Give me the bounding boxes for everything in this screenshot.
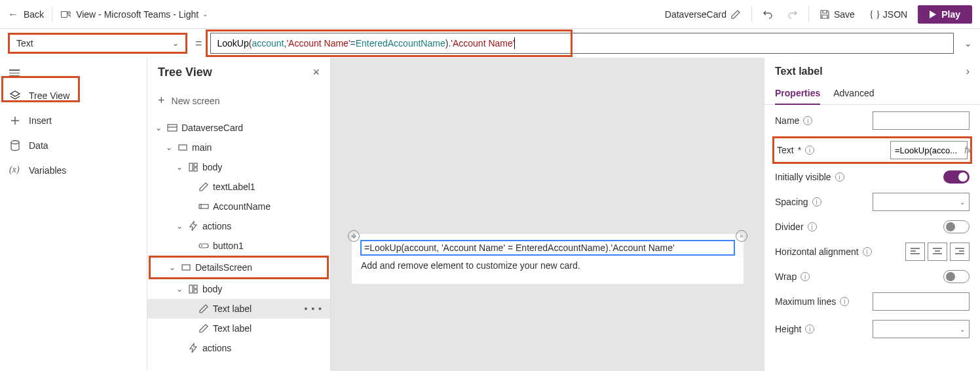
info-icon[interactable]: i: [863, 247, 872, 256]
tree-item-icon: [188, 343, 198, 353]
prop-row-name: Name i: [775, 111, 970, 130]
tree-item-icon: [188, 284, 198, 294]
tree-item-body[interactable]: ⌄body: [147, 157, 330, 177]
info-icon[interactable]: i: [835, 172, 844, 182]
formula-input[interactable]: LookUp(account, 'Account Name' = Entered…: [210, 33, 954, 54]
tree-item-textlabel1[interactable]: textLabel1: [147, 177, 330, 197]
fx-button[interactable]: fx: [964, 145, 971, 155]
chevron-down-icon[interactable]: ⌄: [164, 143, 174, 152]
card-preview[interactable]: ✥ × =LookUp(account, 'Account Name' = En…: [352, 234, 744, 284]
info-icon[interactable]: i: [803, 116, 812, 125]
tree-item-label: body: [202, 284, 222, 294]
info-icon[interactable]: i: [808, 222, 817, 231]
divider-toggle[interactable]: [943, 220, 970, 233]
chevron-down-icon[interactable]: ⌄: [154, 123, 163, 132]
tree-item-actions[interactable]: actions: [147, 338, 330, 358]
property-selector[interactable]: Text ⌄: [8, 33, 187, 54]
prop-row-spacing: Spacing i ⌄: [775, 193, 970, 211]
align-left-button[interactable]: [905, 243, 925, 261]
tree-item-icon: [198, 201, 209, 212]
tree-item-body[interactable]: ⌄body: [147, 279, 330, 299]
tree-title: Tree View: [158, 66, 212, 79]
save-button[interactable]: Save: [816, 7, 859, 22]
tree-item-text-label[interactable]: Text label: [147, 319, 330, 338]
play-button[interactable]: Play: [918, 5, 972, 24]
rail-insert[interactable]: Insert: [0, 108, 147, 133]
save-icon: [820, 9, 830, 20]
selected-text-label[interactable]: =LookUp(account, 'Account Name' = Entere…: [361, 241, 734, 255]
svg-rect-6: [189, 163, 193, 171]
align-center-button[interactable]: [928, 243, 947, 261]
tab-advanced[interactable]: Advanced: [833, 83, 874, 104]
plus-icon: +: [158, 94, 165, 107]
tree-item-label: main: [192, 142, 212, 153]
tree-item-icon: [198, 241, 209, 251]
tree-item-detailsscreen[interactable]: ⌄DetailsScreen: [149, 256, 329, 279]
rail-data[interactable]: Data: [0, 133, 147, 158]
tree-item-button1[interactable]: button1: [147, 236, 330, 256]
tree-item-text-label[interactable]: Text label• • •: [147, 299, 330, 319]
info-icon[interactable]: i: [812, 197, 821, 206]
info-icon[interactable]: i: [805, 324, 814, 334]
properties-panel: Text label › Properties Advanced Name i …: [764, 58, 980, 371]
spacing-select[interactable]: ⌄: [873, 193, 970, 211]
back-button[interactable]: ← Back: [8, 9, 44, 20]
svg-rect-15: [194, 285, 197, 288]
layers-icon: [9, 90, 21, 102]
canvas[interactable]: ✥ × =LookUp(account, 'Account Name' = En…: [331, 58, 764, 371]
chevron-down-icon[interactable]: ⌄: [175, 163, 184, 172]
rail-variables[interactable]: (x) Variables: [0, 158, 147, 183]
close-tree-button[interactable]: ×: [312, 66, 320, 79]
tree-item-main[interactable]: ⌄main: [147, 138, 330, 157]
rail-tree-view[interactable]: Tree View: [0, 83, 147, 108]
svg-point-1: [68, 11, 71, 14]
formula-bar: Text ⌄ = LookUp(account, 'Account Name' …: [0, 29, 980, 58]
align-center-icon: [933, 248, 942, 256]
tree-item-actions[interactable]: ⌄actions: [147, 216, 330, 236]
align-right-button[interactable]: [950, 243, 970, 261]
wrap-toggle[interactable]: [943, 270, 970, 283]
chevron-down-icon[interactable]: ⌄: [175, 222, 184, 231]
name-input[interactable]: [873, 111, 970, 130]
move-handle-icon[interactable]: ✥: [348, 230, 360, 242]
remove-element-button[interactable]: ×: [736, 230, 747, 242]
more-button[interactable]: • • •: [305, 303, 322, 314]
card-name-button[interactable]: DataverseCard: [661, 7, 745, 22]
info-icon[interactable]: i: [805, 146, 814, 155]
text-input[interactable]: [890, 141, 968, 159]
formula-expand-button[interactable]: ⌄: [964, 38, 972, 49]
chevron-down-icon: ⌄: [960, 326, 965, 333]
tree-item-accountname[interactable]: AccountName: [147, 197, 330, 216]
undo-icon: [763, 9, 773, 20]
new-screen-button[interactable]: + New screen: [147, 87, 330, 114]
view-selector[interactable]: View - Microsoft Teams - Light ⌄: [60, 9, 208, 20]
tree-item-icon: [178, 142, 188, 153]
info-icon[interactable]: i: [840, 297, 849, 306]
visible-toggle[interactable]: [943, 170, 970, 184]
tab-properties[interactable]: Properties: [775, 83, 820, 105]
svg-rect-13: [182, 265, 190, 270]
teams-icon: [60, 9, 72, 20]
tree-item-icon: [198, 182, 209, 192]
undo-button[interactable]: [759, 7, 777, 22]
chevron-down-icon[interactable]: ⌄: [175, 284, 184, 294]
height-select[interactable]: ⌄: [873, 320, 970, 338]
prop-row-divider: Divider i: [775, 220, 970, 233]
tree-item-label: DataverseCard: [181, 123, 243, 133]
tree-item-dataversecard[interactable]: ⌄DataverseCard: [147, 118, 330, 138]
tree-item-label: actions: [202, 343, 231, 353]
chevron-down-icon: ⌄: [202, 10, 208, 18]
info-icon[interactable]: i: [801, 272, 810, 281]
tree-item-label: Text label: [213, 323, 252, 334]
save-label: Save: [834, 9, 855, 20]
tree-item-label: textLabel1: [213, 182, 255, 192]
tree-item-label: DetailsScreen: [195, 262, 252, 273]
svg-rect-5: [179, 145, 187, 150]
redo-button[interactable]: [783, 7, 802, 22]
hamburger-button[interactable]: [0, 63, 28, 83]
json-button[interactable]: { } JSON: [865, 7, 911, 22]
maxlines-input[interactable]: [873, 292, 970, 311]
chevron-down-icon[interactable]: ⌄: [168, 263, 177, 272]
json-label: JSON: [883, 9, 907, 20]
collapse-panel-button[interactable]: ›: [966, 66, 970, 77]
